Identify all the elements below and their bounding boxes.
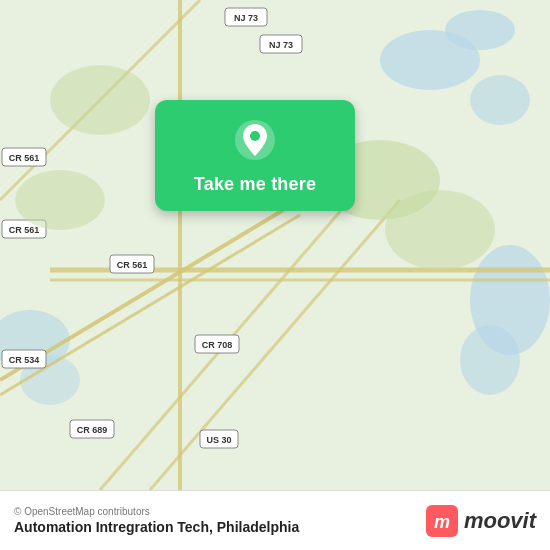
svg-point-36 [15,170,105,230]
card-label: Take me there [194,174,316,195]
svg-point-39 [250,131,260,141]
svg-text:NJ 73: NJ 73 [269,40,293,50]
bottom-bar: © OpenStreetMap contributors Automation … [0,490,550,550]
pin-icon [233,118,277,162]
svg-text:NJ 73: NJ 73 [234,13,258,23]
location-card[interactable]: Take me there [155,100,355,211]
svg-text:US 30: US 30 [206,435,231,445]
svg-text:CR 534: CR 534 [9,355,40,365]
svg-text:CR 561: CR 561 [9,225,40,235]
copyright-text: © OpenStreetMap contributors [14,506,299,517]
svg-text:CR 689: CR 689 [77,425,108,435]
location-name: Automation Intregration Tech, Philadelph… [14,519,299,535]
svg-point-35 [50,65,150,135]
svg-point-5 [460,325,520,395]
bottom-info: © OpenStreetMap contributors Automation … [14,506,299,535]
svg-text:CR 561: CR 561 [117,260,148,270]
moovit-icon: m [426,505,458,537]
map-svg: NJ 73 NJ 73 CR 561 CR 561 CR 561 CR 708 … [0,0,550,490]
moovit-logo[interactable]: m moovit [426,505,536,537]
svg-point-3 [470,75,530,125]
svg-point-37 [385,190,495,270]
svg-text:CR 708: CR 708 [202,340,233,350]
svg-text:CR 561: CR 561 [9,153,40,163]
svg-point-2 [445,10,515,50]
moovit-text: moovit [464,508,536,534]
map-container: NJ 73 NJ 73 CR 561 CR 561 CR 561 CR 708 … [0,0,550,490]
svg-text:m: m [434,512,450,532]
